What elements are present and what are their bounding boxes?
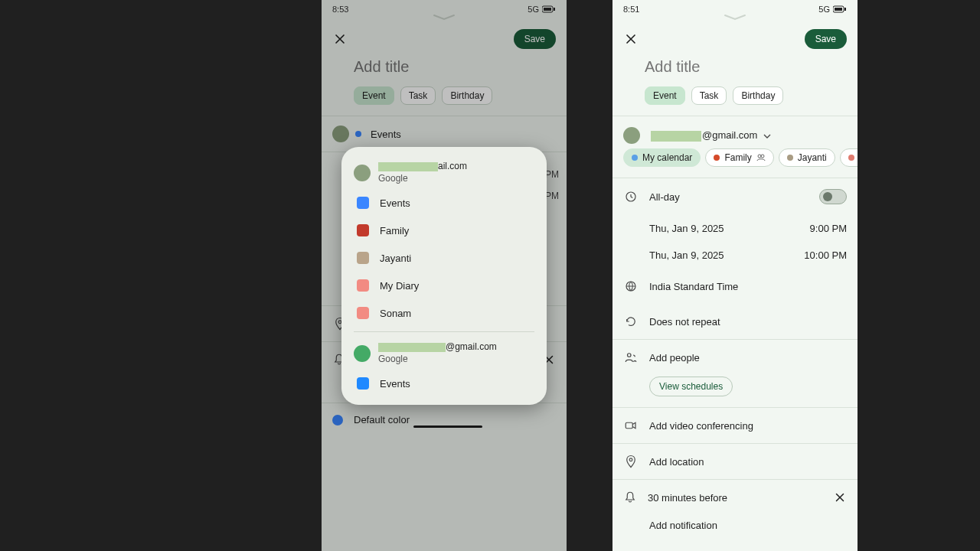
chip-family[interactable]: Family [705,148,773,167]
calendar-option-events-2[interactable]: Events [341,370,547,397]
people-icon [624,350,638,364]
default-color-row[interactable]: Default color [322,403,567,425]
add-video-row[interactable]: Add video conferencing [612,408,858,443]
title-input[interactable] [322,54,567,80]
avatar [354,345,371,362]
start-datetime[interactable]: Thu, Jan 9, 2025 9:00 PM [612,215,858,242]
allday-toggle[interactable] [819,189,847,204]
end-datetime[interactable]: Thu, Jan 9, 2025 10:00 PM [612,242,858,269]
timezone-label: India Standard Time [649,281,738,292]
tab-birthday[interactable]: Birthday [442,86,492,105]
calendar-option-label: Sonam [380,308,411,319]
calendar-option-sonam[interactable]: Sonam [341,299,547,327]
allday-label: All-day [649,191,808,203]
svg-point-7 [758,155,761,158]
save-button[interactable]: Save [805,29,847,49]
account-selector[interactable]: @gmail.com [612,116,858,148]
svg-rect-2 [554,8,555,11]
svg-point-13 [629,458,632,461]
start-time: 9:00 PM [810,223,847,234]
save-button[interactable]: Save [514,29,556,49]
tab-task[interactable]: Task [400,86,436,105]
calendar-dot-icon [355,131,361,137]
calendar-option-jayanti[interactable]: Jayanti [341,244,547,272]
tab-event[interactable]: Event [645,86,685,105]
calendar-chips: My calendar Family Jayanti My D [612,148,858,178]
chip-my-calendar[interactable]: My calendar [623,148,701,167]
default-color-label: Default color [354,414,410,425]
status-time: 8:51 [623,5,639,14]
redacted-email-prefix [378,343,446,352]
color-swatch-icon [357,197,369,209]
title-input[interactable] [612,54,858,80]
tab-birthday[interactable]: Birthday [733,86,783,105]
bell-icon [623,491,637,504]
svg-rect-6 [844,8,846,11]
email-suffix: ail.com [438,161,467,171]
redacted-email-prefix [378,162,438,171]
chip-label: Family [724,152,751,163]
globe-icon [624,279,638,293]
add-people-row[interactable]: Add people [612,340,858,375]
add-location-label: Add location [649,456,704,468]
end-time: 10:00 PM [804,249,847,261]
add-location-row[interactable]: Add location [612,444,858,479]
battery-icon [542,5,556,13]
account-provider: Google [378,173,467,185]
network-label: 5G [528,5,539,14]
calendar-dot-icon [848,155,854,161]
chip-label: My calendar [642,152,692,163]
add-notification[interactable]: Add notification [612,515,858,540]
avatar [623,127,640,144]
account-header[interactable]: ail.com Google [341,156,547,189]
video-icon [624,419,638,432]
divider [354,331,534,332]
calendar-option-label: Family [380,225,409,236]
svg-rect-1 [544,8,551,11]
chip-jayanti[interactable]: Jayanti [779,148,835,167]
shared-icon [756,154,766,161]
reminder-label[interactable]: 30 minutes before [648,492,727,504]
status-bar: 8:53 5G [322,0,567,15]
avatar [354,165,371,181]
chip-mydiary[interactable]: My D [840,148,858,167]
avatar [332,126,349,142]
svg-point-8 [761,155,764,158]
calendar-option-label: Jayanti [380,253,411,264]
clock-icon [624,190,638,204]
repeat-row[interactable]: Does not repeat [612,304,858,339]
phone-left: 8:53 5G Save Event Task Birthday Events [322,0,567,551]
time-hint: PM [545,191,559,201]
email-suffix: @gmail.com [702,129,757,141]
allday-row: All-day [612,178,858,215]
event-type-tabs: Event Task Birthday [322,80,567,116]
close-icon[interactable] [623,31,639,47]
view-schedules-button[interactable]: View schedules [649,377,733,396]
calendar-option-mydiary[interactable]: My Diary [341,272,547,299]
end-date: Thu, Jan 9, 2025 [649,249,724,261]
calendar-option-family[interactable]: Family [341,217,547,244]
svg-point-11 [628,354,632,357]
network-label: 5G [818,5,830,14]
repeat-icon [624,315,638,328]
repeat-label: Does not repeat [649,316,720,328]
calendar-dot-icon [787,155,793,161]
calendar-dot-icon [714,155,720,161]
timezone-row[interactable]: India Standard Time [612,269,858,304]
color-swatch-icon [357,252,369,264]
color-swatch-icon [357,279,369,292]
time-hint: PM [545,169,559,180]
remove-reminder-icon[interactable] [833,491,847,504]
close-icon[interactable] [332,31,348,47]
color-dot-icon [332,415,343,425]
calendar-option-events[interactable]: Events [341,189,547,217]
tab-task[interactable]: Task [691,86,727,105]
redacted-email-prefix [651,131,701,142]
email-suffix: @gmail.com [446,341,497,352]
calendar-selected-label: Events [366,129,401,140]
account-header-2[interactable]: @gmail.com Google [341,337,547,370]
location-icon [624,455,638,468]
svg-rect-5 [835,8,842,11]
tab-event[interactable]: Event [354,86,394,105]
calendar-option-label: Events [380,378,410,390]
